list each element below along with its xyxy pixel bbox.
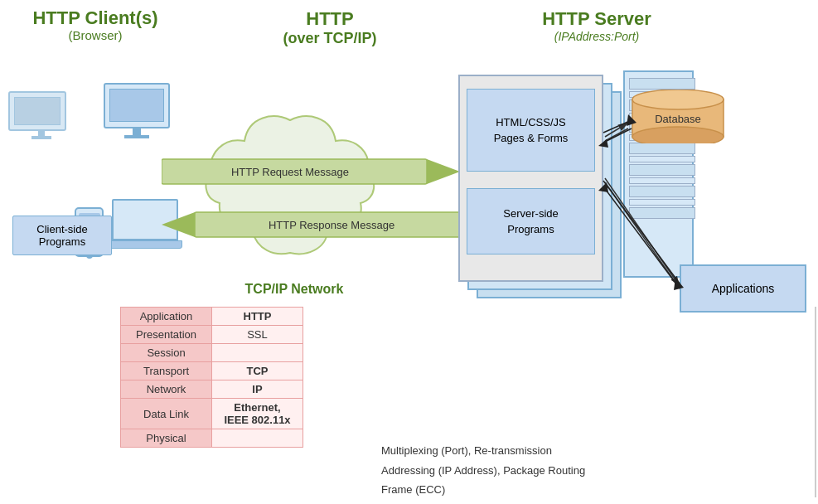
html-css-box: HTML/CSS/JSPages & Forms (467, 89, 595, 172)
rack-unit-9 (629, 164, 695, 176)
server-title: HTTP Server (489, 8, 704, 30)
database-container: Database (628, 90, 728, 146)
rack-unit-13 (629, 207, 695, 219)
cloud-svg (203, 108, 377, 269)
osi-layer-network: Network (121, 380, 212, 399)
osi-row-physical: Physical (121, 429, 303, 448)
osi-layer-datalink: Data Link (121, 399, 212, 429)
desktop-back (8, 91, 75, 139)
osi-desc-presentation (381, 402, 585, 421)
osi-protocol-physical (212, 429, 303, 448)
svg-marker-2 (427, 159, 460, 184)
osi-desc-transport: Multiplexing (Port), Re-transmission (381, 441, 585, 460)
serverside-label: Server-sidePrograms (503, 206, 558, 238)
applications-box: Applications (680, 264, 806, 313)
osi-layer-application: Application (121, 308, 212, 326)
osi-layer-presentation: Presentation (121, 326, 212, 344)
applications-label: Applications (712, 282, 775, 295)
rack-unit-1 (629, 78, 695, 90)
svg-point-6 (632, 90, 724, 109)
osi-row-network: Network IP (121, 380, 303, 399)
tcpip-label: TCP/IP Network (228, 282, 361, 297)
osi-layer-session: Session (121, 344, 212, 362)
database-svg: Database (628, 90, 728, 143)
osi-protocol-ip: IP (212, 380, 303, 399)
svg-point-7 (632, 127, 724, 143)
osi-desc-session (381, 422, 585, 441)
serverside-box: Server-sidePrograms (467, 188, 595, 254)
http-section: HTTP (over TCP/IP) (247, 8, 413, 47)
server-layer-front: HTML/CSS/JSPages & Forms Server-sideProg… (458, 75, 603, 282)
osi-desc-datalink: Frame (ECC) (381, 480, 585, 499)
http-title: HTTP (247, 8, 413, 30)
osi-desc-network: Addressing (IP Address), Package Routing (381, 461, 585, 480)
response-arrow-text: HTTP Response Message (269, 219, 394, 231)
server-section-header: HTTP Server (IPAddress:Port) (489, 8, 704, 43)
osi-protocol-tcp: TCP (212, 362, 303, 380)
client-title: HTTP Client(s) (12, 8, 178, 28)
osi-table: Application HTTP Presentation SSL Sessio… (120, 307, 303, 448)
osi-layer-transport: Transport (121, 362, 212, 380)
client-programs-box: Client-sidePrograms (12, 216, 112, 255)
desktop-front (99, 83, 174, 138)
osi-protocol-ethernet: Ethernet, IEEE 802.11x (212, 399, 303, 429)
server-subtitle: (IPAddress:Port) (489, 30, 704, 43)
osi-descriptions: Multiplexing (Port), Re-transmission Add… (381, 383, 585, 504)
right-border-line (815, 307, 816, 497)
osi-row-transport: Transport TCP (121, 362, 303, 380)
client-subtitle: (Browser) (12, 28, 178, 42)
request-arrow-container: HTTP Request Message (162, 156, 460, 187)
html-css-label: HTML/CSS/JSPages & Forms (494, 114, 569, 147)
rack-unit-8 (629, 156, 695, 162)
server-stack: HTML/CSS/JSPages & Forms Server-sideProg… (458, 75, 620, 298)
database-label: Database (655, 113, 701, 125)
response-arrow-container: HTTP Response Message (162, 209, 460, 240)
osi-protocol-ssl: SSL (212, 326, 303, 344)
osi-row-presentation: Presentation SSL (121, 326, 303, 344)
diagram: HTTP Client(s) (Browser) HTTP (over TCP/… (0, 0, 818, 504)
osi-desc-application (381, 383, 585, 402)
osi-desc-physical (381, 499, 585, 504)
osi-row-datalink: Data Link Ethernet, IEEE 802.11x (121, 399, 303, 429)
osi-row-application: Application HTTP (121, 308, 303, 326)
request-arrow-svg: HTTP Request Message (162, 156, 460, 187)
client-section: HTTP Client(s) (Browser) (12, 8, 178, 49)
response-arrow-svg: HTTP Response Message (162, 209, 460, 240)
request-arrow-text: HTTP Request Message (231, 166, 349, 178)
svg-marker-3 (162, 212, 195, 237)
http-subtitle: (over TCP/IP) (247, 30, 413, 47)
rack-unit-11 (629, 186, 695, 197)
osi-protocol-session (212, 344, 303, 362)
rack-unit-10 (629, 177, 695, 184)
client-programs-label: Client-sidePrograms (36, 223, 87, 248)
osi-layer-physical: Physical (121, 429, 212, 448)
rack-unit-12 (629, 199, 695, 206)
cloud-network (203, 108, 377, 269)
osi-protocol-http: HTTP (212, 308, 303, 326)
osi-row-session: Session (121, 344, 303, 362)
